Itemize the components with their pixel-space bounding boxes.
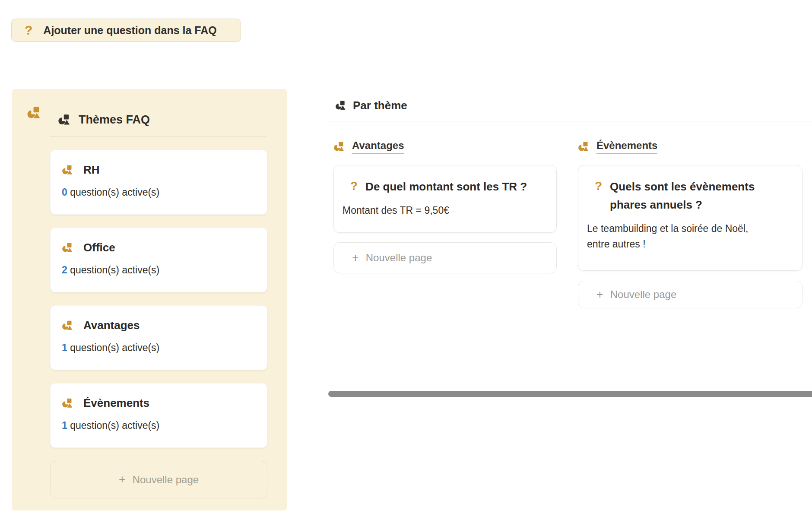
shapes-icon — [333, 141, 345, 152]
theme-card-count: 1 question(s) active(s) — [62, 342, 256, 354]
themes-db-header: Thèmes FAQ — [58, 111, 287, 128]
theme-card-title: Office — [83, 241, 115, 254]
group-link-avantages[interactable]: Avantages — [352, 139, 404, 154]
theme-card-count: 1 question(s) active(s) — [62, 420, 256, 431]
group-header: Avantages — [333, 139, 557, 154]
shapes-icon — [335, 100, 346, 111]
faq-card-body: Le teambuilding et la soirée de Noël, en… — [578, 214, 781, 252]
new-page-button[interactable]: + Nouvelle page — [50, 461, 267, 498]
faq-card-tr[interactable]: ? De quel montant sont les TR ? Montant … — [333, 165, 557, 233]
panel-divider — [50, 136, 266, 137]
shapes-icon — [62, 164, 73, 176]
theme-card-avantages[interactable]: Avantages 1 question(s) active(s) — [50, 305, 267, 370]
theme-card-count: 2 question(s) active(s) — [62, 264, 256, 276]
plus-icon: + — [352, 252, 359, 264]
plus-icon: + — [596, 289, 603, 301]
new-page-label: Nouvelle page — [366, 252, 432, 264]
shapes-icon — [62, 242, 73, 254]
faq-page: ? Ajouter une question dans la FAQ Thème… — [0, 0, 812, 523]
shapes-icon — [578, 141, 590, 152]
group-link-evenements[interactable]: Évènements — [596, 139, 657, 154]
add-question-button[interactable]: ? Ajouter une question dans la FAQ — [11, 19, 241, 42]
new-page-button[interactable]: + Nouvelle page — [578, 281, 802, 308]
theme-card-count: 0 question(s) active(s) — [62, 187, 256, 198]
question-mark-icon: ? — [350, 178, 358, 196]
theme-card-evenements[interactable]: Évènements 1 question(s) active(s) — [50, 383, 267, 448]
view-divider — [327, 121, 812, 121]
faq-card-evenements[interactable]: ? Quels sont les évènements phares annue… — [578, 165, 802, 271]
themes-faq-panel: Thèmes FAQ RH 0 question(s) active(s) — [12, 89, 287, 510]
theme-card-title: Avantages — [83, 319, 140, 332]
faq-card-body: Montant des TR = 9,50€ — [334, 196, 537, 218]
themes-db-title[interactable]: Thèmes FAQ — [79, 113, 150, 127]
add-question-label: Ajouter une question dans la FAQ — [43, 24, 216, 37]
view-title-par-theme[interactable]: Par thème — [353, 99, 407, 112]
theme-card-title: Évènements — [83, 396, 149, 410]
faq-card-title: De quel montant sont les TR ? — [365, 178, 527, 196]
board-column-avantages: Avantages ? De quel montant sont les TR … — [333, 139, 557, 308]
question-mark-icon: ? — [25, 24, 32, 37]
new-page-label: Nouvelle page — [610, 288, 676, 301]
board-column-evenements: Évènements ? Quels sont les évènements p… — [578, 139, 802, 308]
shapes-icon — [62, 320, 73, 331]
shapes-icon — [58, 113, 71, 126]
theme-card-rh[interactable]: RH 0 question(s) active(s) — [50, 150, 267, 215]
view-header: Par thème — [327, 98, 812, 113]
theme-card-office[interactable]: Office 2 question(s) active(s) — [50, 228, 267, 292]
faq-board-view: Par thème Avantages — [327, 98, 812, 308]
faq-card-title: Quels sont les évènements phares annuels… — [610, 178, 789, 214]
shapes-icon — [27, 105, 41, 120]
shapes-icon — [62, 397, 73, 409]
group-header: Évènements — [578, 139, 802, 154]
plus-icon: + — [119, 474, 126, 485]
question-mark-icon: ? — [595, 178, 602, 214]
horizontal-scrollbar[interactable] — [328, 391, 812, 397]
theme-card-title: RH — [83, 163, 100, 177]
new-page-button[interactable]: + Nouvelle page — [333, 242, 557, 273]
new-page-label: Nouvelle page — [133, 474, 199, 486]
